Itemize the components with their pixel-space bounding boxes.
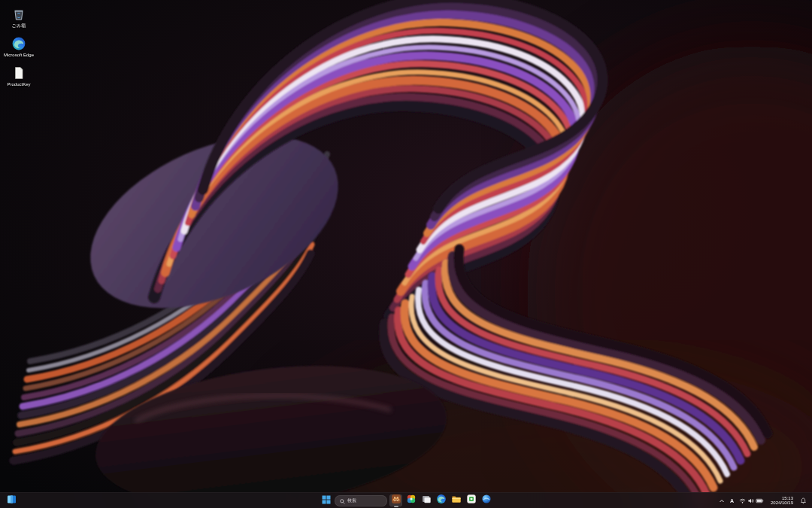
photos-icon bbox=[406, 494, 417, 507]
taskbar-app-photos[interactable] bbox=[404, 494, 417, 506]
active-app-icon bbox=[391, 494, 401, 507]
start-icon bbox=[322, 494, 331, 507]
desktop-screen: ごみ箱 Microsoft Edge bbox=[0, 0, 812, 508]
desktop-icon-label: Microsoft Edge bbox=[4, 53, 34, 58]
wifi-icon bbox=[739, 494, 746, 507]
edge-icon bbox=[436, 494, 447, 507]
battery-icon bbox=[756, 494, 764, 507]
search-box[interactable]: 検索 bbox=[335, 495, 387, 506]
recycle-bin-icon bbox=[11, 6, 27, 23]
desktop-icon-recycle-bin[interactable]: ごみ箱 bbox=[2, 5, 36, 30]
desktop-icon-label: ごみ箱 bbox=[12, 23, 26, 29]
taskbar-app-window[interactable] bbox=[420, 494, 432, 506]
quick-settings-button[interactable] bbox=[738, 493, 765, 508]
desktop-icon-microsoft-edge[interactable]: Microsoft Edge bbox=[2, 34, 36, 59]
notification-button[interactable] bbox=[798, 494, 808, 506]
tray-chevron-button[interactable] bbox=[717, 494, 726, 506]
volume-icon bbox=[747, 494, 754, 507]
widgets-icon bbox=[7, 494, 17, 507]
desktop-icon-productkey[interactable]: ProductKey bbox=[2, 63, 36, 89]
chevron-up-icon bbox=[719, 494, 725, 507]
widgets-button[interactable] bbox=[5, 494, 18, 506]
taskbar-app-active[interactable] bbox=[389, 494, 402, 506]
search-placeholder: 検索 bbox=[347, 497, 356, 504]
ime-mode-indicator[interactable]: A bbox=[730, 498, 734, 503]
taskbar-app-blue[interactable] bbox=[480, 494, 492, 506]
taskbar-app-file-explorer[interactable] bbox=[450, 494, 462, 506]
wallpaper bbox=[0, 0, 812, 508]
clock-date: 2024/10/19 bbox=[771, 500, 793, 505]
taskbar-app-edge[interactable] bbox=[435, 494, 447, 506]
taskbar: 検索 bbox=[0, 492, 812, 508]
start-button[interactable] bbox=[320, 494, 332, 506]
edge-icon bbox=[11, 35, 27, 52]
search-icon bbox=[340, 494, 345, 507]
green-app-icon bbox=[466, 494, 477, 507]
window-app-icon bbox=[421, 494, 432, 507]
desktop-icon-label: ProductKey bbox=[7, 82, 30, 87]
text-file-icon bbox=[11, 65, 27, 81]
taskbar-app-green[interactable] bbox=[465, 494, 477, 506]
desktop-icon-list: ごみ箱 Microsoft Edge bbox=[2, 5, 36, 89]
bell-icon bbox=[800, 494, 807, 507]
blue-app-icon bbox=[481, 494, 492, 507]
file-explorer-icon bbox=[451, 494, 462, 507]
clock[interactable]: 15:13 2024/10/19 bbox=[769, 495, 795, 506]
